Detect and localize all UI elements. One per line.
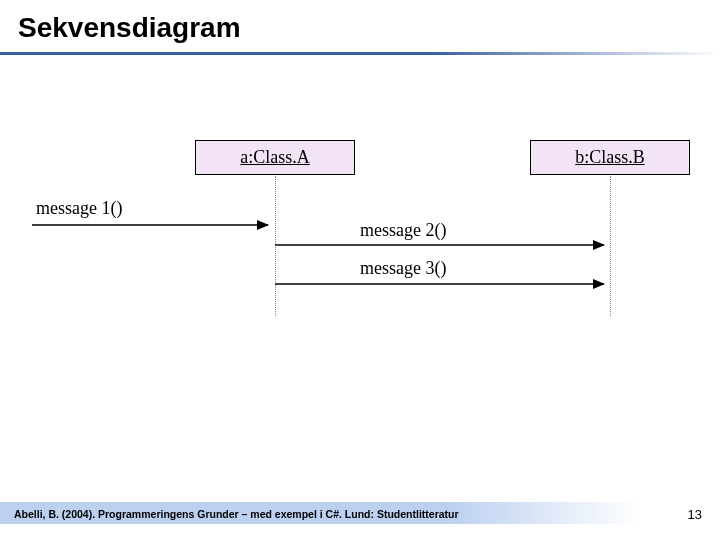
- footer-citation: Abelli, B. (2004). Programmeringens Grun…: [14, 508, 459, 520]
- sequence-diagram: a:Class.A b:Class.B message 1() message …: [0, 140, 720, 400]
- message-2-label: message 2(): [360, 220, 446, 241]
- message-1-label: message 1(): [36, 198, 122, 219]
- slide-title: Sekvensdiagram: [0, 0, 720, 44]
- title-underline: [0, 52, 720, 55]
- message-3-label: message 3(): [360, 258, 446, 279]
- page-number: 13: [688, 507, 702, 522]
